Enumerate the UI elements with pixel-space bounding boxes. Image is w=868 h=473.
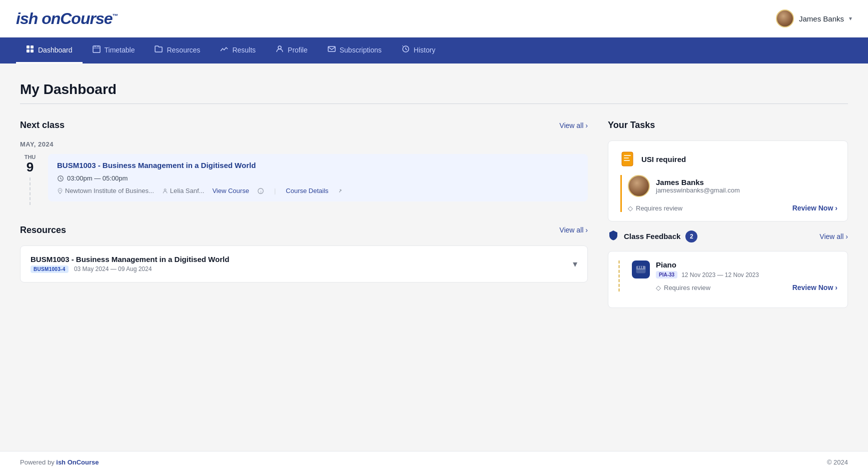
page-title: My Dashboard bbox=[20, 82, 848, 98]
usi-user-info: James Banks jamesswinbanks@gmail.com bbox=[656, 178, 740, 194]
resource-date: BUSM1003-4 03 May 2024 — 09 Aug 2024 bbox=[31, 266, 229, 273]
chevron-right-icon-piano: › bbox=[835, 284, 837, 292]
piano-info: Piano PIA-33 12 Nov 2023 — 12 Nov 2023 ◇… bbox=[656, 260, 837, 292]
piano-review-now-link[interactable]: Review Now › bbox=[792, 284, 837, 292]
nav-subscriptions[interactable]: Subscriptions bbox=[318, 38, 392, 64]
resource-card: BUSM1003 - Business Management in a Digi… bbox=[20, 246, 588, 282]
title-divider bbox=[20, 104, 848, 104]
resources-view-all[interactable]: View all › bbox=[559, 226, 588, 234]
resource-expand-button[interactable]: ▾ bbox=[573, 258, 577, 270]
clock-icon bbox=[57, 175, 64, 182]
user-name: James Banks bbox=[799, 14, 844, 23]
chevron-right-icon: › bbox=[585, 122, 588, 130]
diamond-icon: ◇ bbox=[628, 204, 633, 212]
usi-user-name: James Banks bbox=[656, 178, 740, 186]
nav-timetable[interactable]: Timetable bbox=[83, 38, 145, 64]
dashboard-grid: Next class View all › MAY, 2024 THU 9 BU… bbox=[20, 120, 848, 308]
nav-resources[interactable]: Resources bbox=[145, 38, 210, 64]
svg-rect-24 bbox=[640, 266, 641, 268]
user-menu[interactable]: James Banks ▾ bbox=[776, 10, 852, 28]
piano-dashed-line bbox=[618, 260, 620, 292]
timetable-icon bbox=[93, 45, 101, 55]
nav-results-label: Results bbox=[232, 46, 256, 54]
piano-footer: ◇ Requires review Review Now › bbox=[656, 284, 837, 292]
svg-rect-16 bbox=[622, 152, 633, 166]
next-class-title: Next class bbox=[20, 120, 65, 130]
logo[interactable]: ish onCourse™ bbox=[16, 10, 118, 28]
chevron-right-icon-usi: › bbox=[835, 204, 837, 212]
usi-task-card: USI required James Banks jamesswinbanks@… bbox=[608, 140, 848, 222]
resource-badge: BUSM1003-4 bbox=[31, 266, 69, 273]
instructor-item: Lelia Sanf... bbox=[162, 187, 205, 194]
usi-task-footer: ◇ Requires review Review Now › bbox=[628, 204, 837, 212]
chevron-right-icon-fb: › bbox=[845, 232, 848, 240]
day-number: THU 9 bbox=[20, 154, 40, 205]
location-icon bbox=[57, 188, 63, 194]
resource-header: BUSM1003 - Business Management in a Digi… bbox=[31, 255, 577, 273]
svg-rect-23 bbox=[638, 266, 639, 268]
usi-user-email: jamesswinbanks@gmail.com bbox=[656, 186, 740, 194]
class-card: BUSM1003 - Business Management in a Digi… bbox=[48, 154, 588, 202]
resources-title: Resources bbox=[20, 225, 66, 236]
resources-section-header: Resources View all › bbox=[20, 225, 588, 236]
svg-rect-0 bbox=[27, 46, 30, 48]
nav-bar: Dashboard Timetable Resources Results Pr… bbox=[0, 38, 868, 64]
profile-icon bbox=[276, 45, 284, 55]
chevron-right-icon-res: › bbox=[585, 226, 588, 234]
resources-icon bbox=[155, 45, 163, 55]
svg-point-8 bbox=[278, 46, 281, 49]
usi-review-now-link[interactable]: Review Now › bbox=[792, 204, 837, 212]
chevron-down-icon: ▾ bbox=[849, 15, 852, 22]
usi-user-avatar bbox=[628, 175, 650, 197]
feedback-title-group: Class Feedback 2 bbox=[608, 230, 697, 243]
dashboard-icon bbox=[26, 45, 34, 55]
diamond-icon-piano: ◇ bbox=[656, 284, 661, 292]
tasks-title: Your Tasks bbox=[608, 120, 848, 130]
nav-history[interactable]: History bbox=[392, 38, 446, 64]
subscriptions-icon bbox=[328, 45, 336, 55]
shield-icon bbox=[608, 230, 619, 243]
footer-brand: ish OnCourse bbox=[56, 458, 99, 466]
results-icon bbox=[220, 45, 228, 55]
nav-profile-label: Profile bbox=[288, 46, 308, 54]
nav-subscriptions-label: Subscriptions bbox=[340, 46, 382, 54]
svg-rect-2 bbox=[27, 50, 30, 52]
history-icon bbox=[402, 45, 410, 55]
piano-icon bbox=[632, 260, 650, 278]
usi-task-type: USI required bbox=[641, 155, 686, 164]
nav-results[interactable]: Results bbox=[210, 38, 266, 64]
svg-rect-18 bbox=[624, 155, 631, 156]
svg-rect-1 bbox=[31, 46, 34, 48]
svg-point-12 bbox=[60, 190, 61, 190]
next-class-content: MAY, 2024 THU 9 BUSM1003 - Business Mana… bbox=[20, 140, 588, 205]
feedback-view-all[interactable]: View all › bbox=[819, 232, 848, 240]
class-meta: Newtown Institute of Busines... Lelia Sa… bbox=[57, 187, 579, 194]
feedback-title: Class Feedback bbox=[624, 232, 680, 240]
course-details-link[interactable]: Course Details bbox=[286, 187, 328, 194]
svg-rect-4 bbox=[93, 46, 100, 52]
nav-dashboard-label: Dashboard bbox=[38, 46, 73, 54]
day-line bbox=[30, 178, 31, 205]
svg-rect-19 bbox=[624, 158, 629, 158]
piano-course-badge: PIA-33 bbox=[656, 271, 677, 278]
page-footer: Powered by ish OnCourse © 2024 bbox=[0, 451, 868, 473]
view-course-link[interactable]: View Course bbox=[212, 187, 249, 194]
svg-rect-20 bbox=[624, 160, 630, 161]
svg-text:i: i bbox=[260, 189, 261, 194]
svg-rect-3 bbox=[31, 50, 34, 52]
nav-dashboard[interactable]: Dashboard bbox=[16, 38, 83, 64]
next-class-view-all[interactable]: View all › bbox=[559, 122, 588, 130]
feedback-count-badge: 2 bbox=[685, 230, 697, 242]
footer-copyright: © 2024 bbox=[827, 458, 848, 466]
piano-requires-review: ◇ Requires review bbox=[656, 284, 710, 292]
main-content: My Dashboard Next class View all › MAY, … bbox=[0, 64, 868, 326]
nav-profile[interactable]: Profile bbox=[266, 38, 318, 64]
svg-rect-25 bbox=[642, 266, 643, 268]
piano-task-card: Piano PIA-33 12 Nov 2023 — 12 Nov 2023 ◇… bbox=[608, 251, 848, 308]
piano-meta: PIA-33 12 Nov 2023 — 12 Nov 2023 bbox=[656, 271, 837, 278]
class-name: BUSM1003 - Business Management in a Digi… bbox=[57, 161, 579, 170]
resources-section: Resources View all › BUSM1003 - Business… bbox=[20, 225, 588, 282]
usi-user-row: James Banks jamesswinbanks@gmail.com bbox=[628, 175, 837, 197]
right-column: Your Tasks USI required bbox=[608, 120, 848, 308]
info-icon: i bbox=[257, 188, 264, 194]
